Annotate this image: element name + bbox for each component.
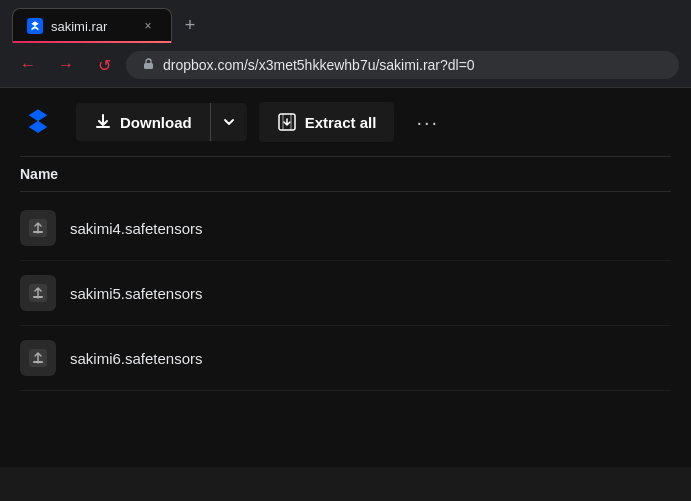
safetensors-icon — [27, 282, 49, 304]
file-list-header: Name — [20, 157, 671, 192]
refresh-button[interactable]: ↺ — [88, 49, 120, 81]
file-name: sakimi5.safetensors — [70, 285, 203, 302]
url-text: dropbox.com/s/x3met5hkkewhb7u/sakimi.rar… — [163, 57, 475, 73]
safetensors-icon — [27, 217, 49, 239]
name-column-header: Name — [20, 166, 58, 182]
new-tab-button[interactable]: + — [176, 12, 204, 40]
address-bar[interactable]: dropbox.com/s/x3met5hkkewhb7u/sakimi.rar… — [126, 51, 679, 79]
download-chevron-button[interactable] — [210, 103, 247, 141]
extract-label: Extract all — [305, 114, 377, 131]
file-icon — [20, 275, 56, 311]
safetensors-icon — [27, 347, 49, 369]
download-label: Download — [120, 114, 192, 131]
download-button-group: Download — [76, 103, 247, 141]
dropbox-logo — [20, 104, 56, 140]
svg-rect-4 — [33, 231, 43, 233]
file-row[interactable]: sakimi4.safetensors — [20, 196, 671, 261]
file-icon — [20, 340, 56, 376]
file-icon — [20, 210, 56, 246]
page-content: Download Extract all ··· Name — [0, 87, 691, 467]
svg-rect-1 — [144, 63, 153, 69]
extract-all-button[interactable]: Extract all — [259, 102, 395, 142]
browser-chrome: sakimi.rar × + ← → ↺ dropbox.com/s/x3met… — [0, 0, 691, 87]
back-button[interactable]: ← — [12, 49, 44, 81]
tab-title: sakimi.rar — [51, 19, 131, 34]
toolbar: Download Extract all ··· — [0, 88, 691, 156]
tab-favicon — [27, 18, 43, 34]
file-name: sakimi4.safetensors — [70, 220, 203, 237]
forward-button[interactable]: → — [50, 49, 82, 81]
svg-rect-8 — [33, 361, 43, 363]
tab-bar: sakimi.rar × + — [0, 0, 691, 43]
file-list: Name sakimi4.safetensors s — [0, 157, 691, 391]
svg-rect-6 — [33, 296, 43, 298]
lock-icon — [142, 57, 155, 73]
download-button[interactable]: Download — [76, 103, 210, 141]
download-icon — [94, 113, 112, 131]
more-options-button[interactable]: ··· — [406, 105, 449, 140]
tab-close-button[interactable]: × — [139, 17, 157, 35]
active-tab[interactable]: sakimi.rar × — [12, 8, 172, 43]
nav-bar: ← → ↺ dropbox.com/s/x3met5hkkewhb7u/saki… — [0, 43, 691, 87]
file-row[interactable]: sakimi5.safetensors — [20, 261, 671, 326]
extract-icon — [277, 112, 297, 132]
file-row[interactable]: sakimi6.safetensors — [20, 326, 671, 391]
chevron-down-icon — [223, 116, 235, 128]
file-name: sakimi6.safetensors — [70, 350, 203, 367]
